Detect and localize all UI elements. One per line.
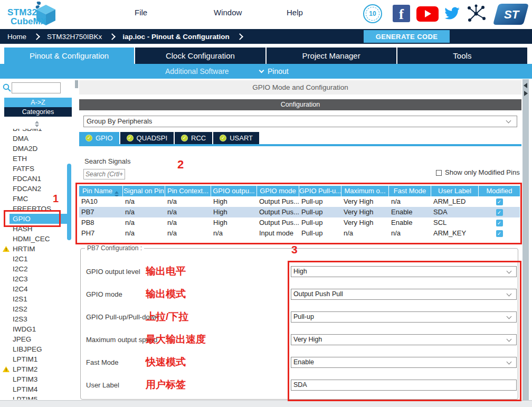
table-cell[interactable]: PA10 (79, 196, 123, 207)
table-cell[interactable]: n/a (165, 217, 211, 228)
collapse-right-arrow[interactable] (524, 91, 528, 96)
table-column-header-gpio-pull-u[interactable]: GPIO Pull-u... (299, 186, 341, 196)
sidebar-item-gpio[interactable]: ! GPIO (10, 214, 69, 224)
table-cell[interactable]: n/a (123, 228, 165, 239)
table-cell[interactable]: Pull-up (299, 207, 341, 217)
sidebar-item-i2c1[interactable]: ! I2C1 (10, 254, 69, 264)
field-control[interactable]: Enable (291, 357, 517, 368)
breadcrumb-label[interactable]: Home (7, 33, 26, 41)
table-row-ph7[interactable]: PH7n/an/an/aInput modePull-upn/an/aARM_K… (79, 228, 520, 239)
table-cell[interactable]: n/a (389, 196, 431, 207)
table-column-header-pin-name[interactable]: Pin Name (79, 186, 123, 196)
table-cell[interactable]: Very High (341, 217, 389, 228)
table-cell[interactable]: n/a (123, 196, 165, 207)
sidebar-item-lptim5[interactable]: ! LPTIM5 (10, 394, 69, 400)
sidebar-scrollbar-thumb[interactable] (67, 164, 71, 240)
sidebar-item-libjpeg[interactable]: ! LIBJPEG (10, 344, 69, 354)
pinout-view-dropdown[interactable]: Pinout (260, 67, 289, 75)
table-column-header-gpio-outpu[interactable]: GPIO outpu... (211, 186, 257, 196)
tab-tools[interactable]: Tools (397, 48, 527, 64)
signals-search-input[interactable] (83, 169, 125, 179)
table-cell[interactable]: High (211, 207, 257, 217)
table-column-header-gpio-mode[interactable]: GPIO mode (257, 186, 299, 196)
sidebar-item-hash[interactable]: ! HASH (10, 224, 69, 234)
field-control[interactable]: Pull-up (291, 311, 517, 323)
table-cell[interactable]: n/a (389, 228, 431, 239)
table-cell[interactable]: n/a (123, 207, 165, 217)
menu-window[interactable]: Window (214, 8, 242, 17)
sidebar-item-lptim3[interactable]: ! LPTIM3 (10, 374, 69, 384)
table-cell[interactable]: n/a (123, 217, 165, 228)
peripheral-tab-gpio[interactable]: ✓ GPIO (79, 132, 119, 144)
menu-help[interactable]: Help (287, 8, 303, 17)
tab-project-manager[interactable]: Project Manager (267, 48, 396, 64)
modified-checkbox[interactable]: ✓ (496, 230, 503, 237)
table-cell[interactable]: Very High (341, 196, 389, 207)
peripheral-tab-rcc[interactable]: ✓ RCC (175, 132, 212, 144)
sidebar-item-fdcan2[interactable]: ! FDCAN2 (10, 184, 69, 194)
sidebar-item-eth[interactable]: ! ETH (10, 154, 69, 164)
sidebar-item-fmc[interactable]: ! FMC (10, 194, 69, 204)
breadcrumb-item-stm32h750ibkx[interactable]: STM32H750IBKx (47, 33, 122, 41)
table-cell[interactable]: Enable (389, 217, 431, 228)
sidebar-item-fatfs[interactable]: ! FATFS (10, 164, 69, 174)
twitter-icon[interactable] (442, 5, 462, 22)
breadcrumb-label[interactable]: STM32H750IBKx (47, 33, 102, 41)
modified-checkbox[interactable]: ✓ (496, 198, 503, 205)
table-column-header-signal-on-pin[interactable]: Signal on Pin (123, 186, 165, 196)
peripheral-search-input[interactable] (12, 82, 61, 93)
list-sort-control[interactable] (0, 119, 66, 129)
table-cell[interactable]: SDA (431, 207, 479, 217)
show-only-modified-checkbox[interactable] (436, 170, 442, 176)
table-column-header-pin-context[interactable]: Pin Context... (165, 186, 211, 196)
field-control[interactable]: SDA (291, 380, 517, 391)
table-cell[interactable]: n/a (341, 228, 389, 239)
additional-software-link[interactable]: Additional Software (165, 67, 229, 75)
sidebar-item-dma[interactable]: ! DMA (10, 134, 69, 144)
sidebar-item-i2c2[interactable]: ! I2C2 (10, 264, 69, 274)
breadcrumb-label[interactable]: iap.ioc - Pinout & Configuration (122, 33, 229, 41)
tab-clock-configuration[interactable]: Clock Configuration (135, 48, 265, 64)
table-cell[interactable]: Pull-up (299, 196, 341, 207)
table-cell[interactable]: PB8 (79, 217, 123, 228)
field-control[interactable]: Output Push Pull (291, 289, 517, 300)
tab-pinout-configuration[interactable]: Pinout & Configuration (4, 48, 134, 64)
sidebar-item-i2c3[interactable]: ! I2C3 (10, 274, 69, 284)
sidebar-item-lptim2[interactable]: ! LPTIM2 (10, 364, 69, 374)
sidebar-item-jpeg[interactable]: ! JPEG (10, 334, 69, 344)
menu-file[interactable]: File (135, 8, 147, 17)
table-cell[interactable]: SCL (431, 217, 479, 228)
sidebar-item-freertos[interactable]: ! FREERTOS (10, 204, 69, 214)
peripheral-tab-usart[interactable]: ✓ USART (213, 132, 259, 144)
table-row-pb7[interactable]: PB7n/an/aHighOutput Pus...Pull-upVery Hi… (79, 207, 520, 217)
table-cell[interactable]: n/a (165, 207, 211, 217)
peripheral-tab-quadspi[interactable]: ✓ QUADSPI (120, 132, 174, 144)
sort-az-button[interactable]: A->Z (4, 98, 72, 107)
sidebar-item-fdcan1[interactable]: ! FDCAN1 (10, 174, 69, 184)
table-cell[interactable]: n/a (165, 196, 211, 207)
table-cell[interactable]: Very High (341, 207, 389, 217)
table-cell[interactable]: Pull-up (299, 217, 341, 228)
sidebar-item-lptim4[interactable]: ! LPTIM4 (10, 384, 69, 394)
field-control[interactable]: Very High (291, 334, 517, 345)
breadcrumb-item-iap-ioc-pinout-configuration[interactable]: iap.ioc - Pinout & Configuration (122, 33, 250, 41)
table-cell[interactable]: Output Pus... (257, 217, 299, 228)
modified-checkbox[interactable]: ✓ (496, 209, 503, 216)
table-column-header-maximum-o[interactable]: Maximum o... (341, 186, 389, 196)
table-column-header-fast-mode[interactable]: Fast Mode (389, 186, 431, 196)
sidebar-item-i2s3[interactable]: ! I2S3 (10, 314, 69, 324)
table-cell[interactable]: PB7 (79, 207, 123, 217)
community-icon[interactable] (466, 4, 487, 23)
table-cell[interactable]: n/a (165, 228, 211, 239)
show-only-modified-label[interactable]: Show only Modified Pins (445, 168, 520, 176)
table-cell[interactable]: PH7 (79, 228, 123, 239)
generate-code-button[interactable]: GENERATE CODE (364, 30, 450, 43)
panel-splitter-handle[interactable] (75, 80, 78, 88)
breadcrumb-item-home[interactable]: Home (7, 33, 47, 41)
sidebar-item-i2s2[interactable]: ! I2S2 (10, 304, 69, 314)
youtube-icon[interactable] (416, 6, 439, 22)
table-cell[interactable]: ARM_KEY (431, 228, 479, 239)
table-cell[interactable]: Pull-up (299, 228, 341, 239)
collapse-left-arrow[interactable] (524, 83, 527, 88)
table-cell[interactable]: Output Pus... (257, 196, 299, 207)
